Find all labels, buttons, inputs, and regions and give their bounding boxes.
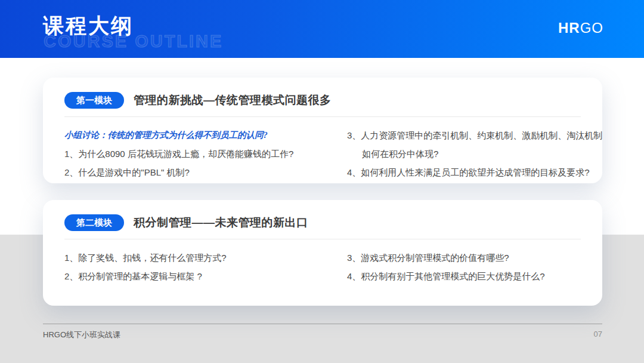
outline-item: 4、积分制有别于其他管理模式的巨大优势是什么?: [347, 267, 581, 285]
discussion-question: 小组讨论：传统的管理方式为什么得不到员工的认同?: [64, 126, 347, 144]
module-2-left-column: 1、除了奖钱、扣钱，还有什么管理方式? 2、积分制管理的基本逻辑与框架 ?: [64, 248, 347, 285]
outline-item: 2、积分制管理的基本逻辑与框架 ?: [64, 267, 347, 285]
brand-logo-light: GO: [580, 20, 603, 36]
module-1-badge: 第一模块: [64, 92, 124, 109]
outline-item: 3、人力资源管理中的牵引机制、约束机制、激励机制、淘汰机制: [347, 126, 602, 144]
outline-item: 1、除了奖钱、扣钱，还有什么管理方式?: [64, 248, 347, 267]
module-2-header: 第二模块 积分制管理——未来管理的新出口: [64, 214, 581, 231]
outline-item: 4、如何利用人性来满足员工的欲望并达成管理的目标及要求?: [347, 163, 602, 182]
module-card-2: 第二模块 积分制管理——未来管理的新出口 1、除了奖钱、扣钱，还有什么管理方式?…: [43, 200, 602, 306]
module-1-right-column: 3、人力资源管理中的牵引机制、约束机制、激励机制、淘汰机制 如何在积分中体现? …: [347, 126, 602, 182]
footer-page-number: 07: [594, 330, 602, 339]
outline-item: 3、游戏式积分制管理模式的价值有哪些?: [347, 248, 581, 267]
header-banner: COURSE OUTLINE 课程大纲 HRGO: [0, 0, 644, 58]
brand-logo-bold: HR: [558, 20, 580, 36]
footer-course-name: HRGO线下小班实战课: [43, 330, 120, 340]
page-title: 课程大纲: [43, 12, 134, 40]
outline-item: 2、什么是游戏中的"PBL" 机制?: [64, 163, 347, 182]
slide: COURSE OUTLINE 课程大纲 HRGO 第一模块 管理的新挑战—传统管…: [0, 0, 644, 363]
module-2-divider: [64, 239, 581, 239]
module-2-badge: 第二模块: [64, 214, 124, 231]
outline-item: 1、为什么8090 后花钱玩游戏上瘾，却厌倦能赚钱的工作?: [64, 144, 347, 163]
module-1-body: 小组讨论：传统的管理方式为什么得不到员工的认同? 1、为什么8090 后花钱玩游…: [64, 126, 581, 182]
module-1-header: 第一模块 管理的新挑战—传统管理模式问题很多: [64, 92, 581, 109]
module-2-title: 积分制管理——未来管理的新出口: [134, 215, 308, 230]
module-2-right-column: 3、游戏式积分制管理模式的价值有哪些? 4、积分制有别于其他管理模式的巨大优势是…: [347, 248, 581, 285]
module-1-title: 管理的新挑战—传统管理模式问题很多: [134, 93, 332, 108]
footer-divider: [43, 324, 602, 324]
outline-item-continuation: 如何在积分中体现?: [347, 144, 602, 163]
brand-logo: HRGO: [558, 20, 603, 36]
module-1-divider: [64, 116, 581, 117]
module-2-body: 1、除了奖钱、扣钱，还有什么管理方式? 2、积分制管理的基本逻辑与框架 ? 3、…: [64, 248, 581, 285]
module-1-left-column: 小组讨论：传统的管理方式为什么得不到员工的认同? 1、为什么8090 后花钱玩游…: [64, 126, 347, 182]
module-card-1: 第一模块 管理的新挑战—传统管理模式问题很多 小组讨论：传统的管理方式为什么得不…: [43, 78, 602, 183]
